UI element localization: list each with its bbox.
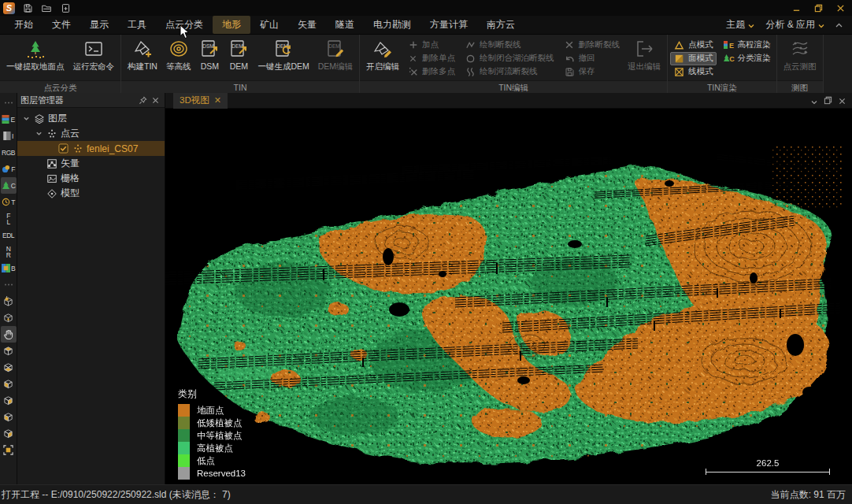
3d-point-cloud-canvas[interactable]: 类别 地面点低矮植被点中等植被点高植被点低点Reserved13 262.5 — [165, 109, 852, 484]
pin-icon[interactable] — [136, 96, 149, 105]
view-front[interactable] — [1, 409, 17, 425]
open-project-icon[interactable] — [40, 2, 53, 14]
ribbon-button-label: 绘制闭合湖泊断裂线 — [480, 53, 554, 64]
menu-item-8[interactable]: 隧道 — [326, 16, 364, 34]
ribbon-button-1-1[interactable]: 等高线 — [162, 36, 195, 80]
view-left[interactable] — [1, 376, 17, 392]
ribbon-button-4-0[interactable]: 点云测图 — [780, 36, 821, 80]
minimize-button[interactable] — [787, 2, 805, 14]
close-icon[interactable] — [149, 97, 161, 104]
layer-tree-row-3[interactable]: 矢量 — [17, 156, 165, 171]
ribbon-button-2-4[interactable]: 绘制断裂线 — [461, 39, 558, 52]
ribbon-button-2-7[interactable]: 删除断裂线 — [561, 39, 624, 52]
menu-item-0[interactable]: 开始 — [5, 16, 43, 34]
menu-item-4[interactable]: 点云分类 — [156, 16, 213, 34]
menu-item-3[interactable]: 工具 — [118, 16, 156, 34]
edl-render-button[interactable]: EDL — [1, 227, 17, 243]
viewport: 3D视图 ✕ — [165, 93, 852, 484]
pick-tool[interactable] — [1, 293, 17, 309]
drag-handle[interactable] — [1, 94, 17, 111]
classification-render[interactable]: C — [1, 177, 17, 194]
tab-list-dropdown-icon[interactable] — [811, 94, 817, 108]
new-project-icon[interactable] — [59, 2, 72, 14]
legend-label: 地面点 — [197, 405, 224, 417]
blend-render[interactable]: B — [1, 260, 17, 276]
menu-item-10[interactable]: 方量计算 — [420, 16, 477, 34]
ribbon-button-1-2[interactable]: DSMDSM — [195, 36, 224, 80]
line-mode-icon — [673, 67, 685, 77]
ribbon-button-0-0[interactable]: 一键提取地面点 — [2, 36, 69, 80]
ribbon-button-1-3[interactable]: DEMDEM — [224, 36, 253, 80]
ribbon-button-0-1[interactable]: 运行宏命令 — [69, 36, 119, 80]
ribbon-button-label: 点模式 — [688, 39, 713, 50]
ribbon-button-1-5[interactable]: DEMDEM编辑 — [314, 36, 357, 80]
ribbon-button-2-9[interactable]: 保存 — [561, 65, 624, 79]
ribbon-button-2-5[interactable]: 绘制闭合湖泊断裂线 — [461, 52, 558, 65]
menu-item-1[interactable]: 文件 — [43, 16, 80, 34]
layer-tree-row-4[interactable]: 栅格 — [17, 171, 165, 186]
contour-icon — [169, 38, 189, 60]
ribbon-button-2-10[interactable]: 退出编辑 — [624, 36, 665, 80]
rgb-render-button[interactable]: RGB — [1, 144, 17, 161]
collapse-ribbon-button[interactable] — [835, 20, 843, 31]
nr-render-button[interactable]: NR — [1, 243, 17, 260]
theme-menu[interactable]: 主题 — [726, 18, 754, 32]
ribbon-button-2-3[interactable]: 删除多点 — [404, 65, 458, 79]
view-back[interactable] — [1, 425, 17, 442]
close-button[interactable] — [832, 2, 849, 14]
ribbon-button-2-6[interactable]: 绘制河流断裂线 — [461, 65, 558, 79]
legend-item-1: 低矮植被点 — [178, 417, 246, 429]
legend-swatch — [178, 404, 190, 417]
doc-dem-icon: DEM — [228, 38, 249, 60]
menu-item-2[interactable]: 显示 — [80, 16, 118, 34]
flight-render[interactable]: F — [1, 161, 17, 177]
view-right[interactable] — [1, 392, 17, 409]
fl-render-button[interactable]: FL — [1, 210, 17, 227]
restore-view-icon[interactable] — [824, 94, 832, 108]
menu-item-11[interactable]: 南方云 — [477, 16, 524, 34]
pan-tool[interactable] — [1, 326, 17, 343]
drag-handle-2[interactable] — [1, 276, 17, 293]
layer-tree-row-0[interactable]: 图层 — [17, 111, 165, 126]
ribbon-button-3-3[interactable]: E高程渲染 — [720, 39, 774, 52]
menu-item-7[interactable]: 矢量 — [288, 16, 326, 34]
menu-item-6[interactable]: 矿山 — [250, 16, 288, 34]
restore-button[interactable] — [809, 2, 827, 14]
ribbon-button-2-2[interactable]: 删除单点 — [404, 52, 458, 65]
ribbon-button-1-4[interactable]: DEM一键生成DEM — [254, 36, 313, 80]
layer-tree-row-5[interactable]: 模型 — [17, 186, 165, 201]
tin-build-icon — [132, 38, 153, 60]
layer-tree-row-1[interactable]: 点云 — [17, 126, 165, 141]
ribbon-button-label: 加点 — [422, 39, 439, 50]
ribbon-button-3-0[interactable]: 点模式 — [670, 39, 717, 52]
intensity-render[interactable]: I — [1, 128, 17, 144]
legend-item-3: 高植被点 — [178, 442, 246, 454]
ribbon-button-3-4[interactable]: C分类渲染 — [720, 52, 774, 65]
view-bottom[interactable] — [1, 359, 17, 376]
tab-3d-view[interactable]: 3D视图 ✕ — [173, 93, 228, 109]
view-top[interactable] — [1, 343, 17, 359]
save-file-icon[interactable] — [21, 2, 34, 14]
ribbon-button-3-2[interactable]: 线模式 — [670, 65, 717, 79]
expander-icon[interactable] — [22, 115, 30, 122]
ribbon-button-2-8[interactable]: 撤回 — [561, 52, 624, 65]
expander-icon[interactable] — [35, 130, 43, 137]
analysis-menu[interactable]: 分析 & 应用 — [765, 18, 824, 32]
point-select-tool[interactable] — [1, 309, 17, 326]
ribbon-button-3-1[interactable]: 面模式 — [670, 52, 717, 65]
model-icon — [46, 188, 57, 199]
menu-item-9[interactable]: 电力勘测 — [364, 16, 420, 34]
layer-checkbox[interactable] — [58, 143, 69, 154]
close-view-icon[interactable] — [839, 94, 846, 108]
elevation-render[interactable]: E — [1, 111, 17, 128]
ribbon-button-2-0[interactable]: 开启编辑 — [362, 36, 403, 80]
ribbon-button-1-0[interactable]: 构建TIN — [124, 36, 161, 80]
menu-item-5[interactable]: 地形 — [213, 16, 250, 34]
tab-close-icon[interactable]: ✕ — [214, 95, 221, 106]
zoom-extent[interactable] — [1, 442, 17, 458]
layer-tree-row-2[interactable]: fenlei_CS07 — [17, 141, 165, 156]
layer-label: 图层 — [48, 112, 67, 125]
time-render[interactable]: T — [1, 194, 17, 210]
ribbon-group-content: 构建TIN等高线DSMDSMDEMDEMDEM一键生成DEMDEMDEM编辑 — [121, 35, 359, 80]
ribbon-button-2-1[interactable]: 加点 — [404, 39, 458, 52]
